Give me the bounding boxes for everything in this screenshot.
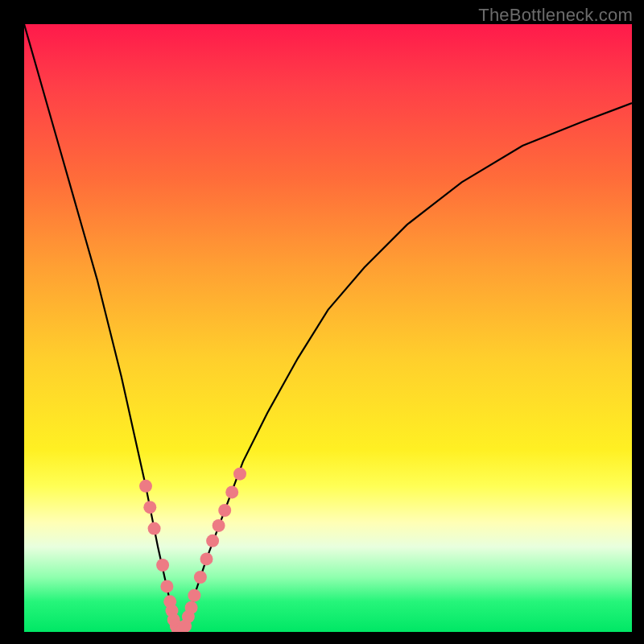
sample-point [233, 468, 246, 481]
bottleneck-curve [24, 24, 632, 632]
sample-point [139, 480, 152, 493]
sample-point [225, 485, 238, 498]
sample-point [160, 580, 173, 592]
sample-point [188, 589, 200, 602]
chart-plot-area [24, 24, 632, 632]
watermark-text: TheBottleneck.com [478, 5, 633, 26]
sample-point [218, 504, 231, 517]
chart-svg [24, 24, 632, 632]
sample-point [156, 559, 169, 572]
sample-points-group [139, 468, 246, 632]
sample-point [194, 571, 207, 584]
sample-point [200, 552, 213, 565]
sample-point [148, 522, 161, 535]
sample-point [143, 501, 156, 514]
chart-frame: TheBottleneck.com [0, 0, 644, 644]
sample-point [185, 601, 198, 614]
sample-point [213, 519, 225, 532]
sample-point [206, 535, 219, 547]
